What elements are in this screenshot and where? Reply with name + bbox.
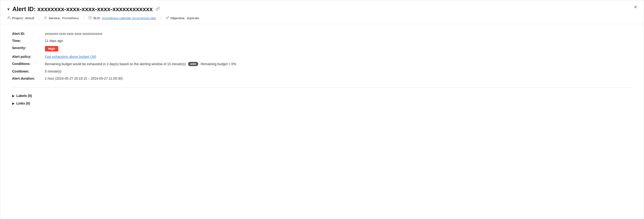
conditions-value: Remaining budget would be exhausted in 3… xyxy=(45,62,236,66)
links-section[interactable]: ▶ Links (0) xyxy=(12,100,632,107)
labels-chevron: ▶ xyxy=(12,94,14,98)
labels-section[interactable]: ▶ Labels (0) xyxy=(12,92,632,99)
time-row: Time: 11 days ago xyxy=(12,39,632,43)
condition-1: Remaining budget would be exhausted in 3… xyxy=(45,62,186,66)
meta-service: Service: Prometheus xyxy=(44,16,84,20)
labels-label: Labels (0) xyxy=(16,94,32,98)
project-label: Project: xyxy=(12,16,24,20)
severity-badge: High xyxy=(45,46,58,52)
slo-value[interactable]: prometheus-calendar-occurrences-ratio xyxy=(102,16,156,20)
conditions-label: Conditions: xyxy=(12,62,43,66)
detail-grid: Alert ID: xxxxxxxx-xxxx-xxxx-xxxx-xxxxxx… xyxy=(12,32,632,80)
header-meta: Project: default Service: Prometheus xyxy=(7,16,630,20)
svg-point-0 xyxy=(8,16,9,18)
cooldown-row: Cooldown: 5 minute(s) xyxy=(12,70,632,73)
alert-id-label: Alert ID: xyxy=(12,32,43,36)
modal-content: Alert ID: xxxxxxxx-xxxx-xxxx-xxxx-xxxxxx… xyxy=(0,24,644,114)
cooldown-value: 5 minute(s) xyxy=(45,70,62,73)
alert-id-row: Alert ID: xxxxxxxx-xxxx-xxxx-xxxx-xxxxxx… xyxy=(12,32,632,36)
modal-header: ▾ Alert ID: xxxxxxxx-xxxx-xxxx-xxxx-xxxx… xyxy=(0,0,644,24)
alert-policy-row: Alert policy: Fast exhaustion above budg… xyxy=(12,55,632,58)
service-label: Service: xyxy=(48,16,61,20)
meta-slo: SLO: prometheus-calendar-occurrences-rat… xyxy=(88,16,161,20)
objective-label: Objective: xyxy=(170,16,186,20)
alert-policy-label: Alert policy: xyxy=(12,55,43,58)
service-value: Prometheus xyxy=(62,16,79,20)
alert-policy-value: Fast exhaustion above budget (3d) xyxy=(45,55,96,58)
title-row: ▾ Alert ID: xxxxxxxx-xxxx-xxxx-xxxx-xxxx… xyxy=(7,6,630,13)
slo-icon xyxy=(88,16,92,20)
severity-label: Severity: xyxy=(12,46,43,50)
and-badge: AND xyxy=(188,62,198,66)
section-divider xyxy=(12,88,632,88)
alert-duration-row: Alert duration: 1 hour (2024-05-27 20:19… xyxy=(12,76,632,80)
alert-duration-label: Alert duration: xyxy=(12,76,43,80)
severity-value: High xyxy=(45,46,58,52)
cooldown-label: Cooldown: xyxy=(12,70,43,73)
alert-policy-link[interactable]: Fast exhaustion above budget (3d) xyxy=(45,55,96,58)
close-button[interactable]: × xyxy=(634,4,637,10)
meta-objective: Objective: duplicate xyxy=(166,16,204,20)
objective-value: duplicate xyxy=(187,16,199,20)
link-icon[interactable] xyxy=(156,7,160,12)
conditions-row: Conditions: Remaining budget would be ex… xyxy=(12,62,632,66)
condition-2: Remaining budget > 0% xyxy=(200,62,236,66)
meta-project: Project: default xyxy=(7,16,39,20)
severity-row: Severity: High xyxy=(12,46,632,52)
links-label: Links (0) xyxy=(16,102,30,105)
time-label: Time: xyxy=(12,39,43,43)
project-icon xyxy=(7,16,11,20)
objective-icon xyxy=(166,16,169,20)
alert-id-value: xxxxxxxx-xxxx-xxxx-xxxx-xxxxxxxxxxxx xyxy=(45,32,102,36)
project-value: default xyxy=(25,16,34,20)
links-chevron: ▶ xyxy=(12,102,14,105)
collapse-icon[interactable]: ▾ xyxy=(7,7,10,12)
alert-duration-value: 1 hour (2024-05-27 20:19:15 – 2024-05-27… xyxy=(45,76,122,80)
slo-label: SLO: xyxy=(93,16,100,20)
time-value: 11 days ago xyxy=(45,39,63,43)
svg-point-1 xyxy=(45,17,46,18)
alert-title: Alert ID: xxxxxxxx-xxxx-xxxx-xxxx-xxxxxx… xyxy=(12,6,153,13)
alert-modal: × ▾ Alert ID: xxxxxxxx-xxxx-xxxx-xxxx-xx… xyxy=(0,0,644,219)
service-icon xyxy=(44,16,47,20)
